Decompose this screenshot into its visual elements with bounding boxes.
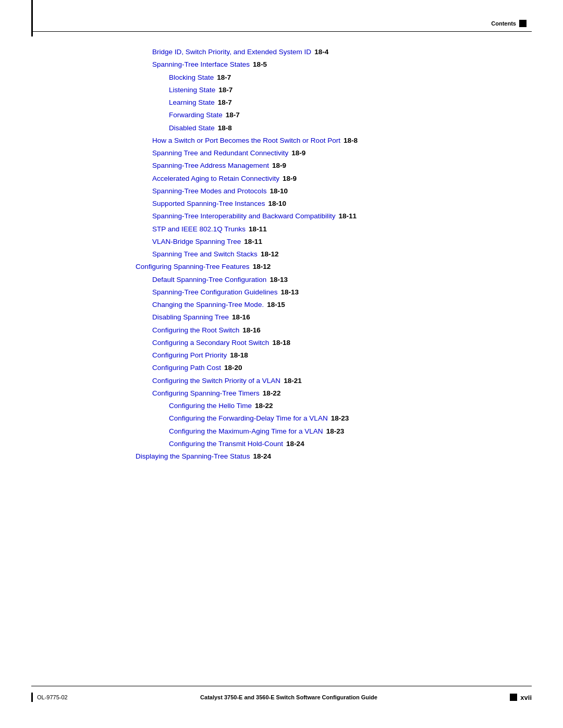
toc-page-listening-state: 18-7 (218, 85, 232, 95)
toc-entry: Spanning-Tree Interface States18-5 (152, 59, 527, 70)
toc-entry: Spanning Tree and Switch Stacks18-12 (152, 249, 527, 260)
toc-page-configuring-spanning-tree-features: 18-12 (253, 262, 271, 272)
page-footer: OL-9775-02 Catalyst 3750-E and 3560-E Sw… (31, 693, 532, 702)
toc-page-learning-state: 18-7 (218, 97, 232, 108)
toc-entry: Configuring a Secondary Root Switch18-18 (152, 338, 527, 348)
toc-entry: STP and IEEE 802.1Q Trunks18-11 (152, 224, 527, 235)
toc-link-spanning-tree-interface-states[interactable]: Spanning-Tree Interface States (152, 59, 250, 70)
toc-entry: How a Switch or Port Becomes the Root Sw… (152, 135, 527, 146)
toc-entry: Bridge ID, Switch Priority, and Extended… (152, 47, 527, 57)
toc-link-configuring-transmit-hold[interactable]: Configuring the Transmit Hold-Count (169, 439, 283, 449)
toc-link-configuring-switch-priority-vlan[interactable]: Configuring the Switch Priority of a VLA… (152, 376, 280, 386)
toc-link-configuring-max-aging[interactable]: Configuring the Maximum-Aging Time for a… (169, 426, 323, 437)
toc-link-listening-state[interactable]: Listening State (169, 85, 215, 95)
footer-right-square-icon (510, 694, 517, 701)
footer-title: Catalyst 3750-E and 3560-E Switch Softwa… (68, 694, 510, 700)
toc-link-default-spanning-tree[interactable]: Default Spanning-Tree Configuration (152, 275, 266, 285)
toc-link-learning-state[interactable]: Learning State (169, 97, 215, 108)
toc-entry: Displaying the Spanning-Tree Status18-24 (136, 451, 527, 462)
toc-page-configuring-secondary-root: 18-18 (272, 338, 290, 348)
toc-page-spanning-tree-address: 18-9 (272, 161, 286, 171)
toc-page-spanning-tree-redundant: 18-9 (291, 148, 305, 158)
toc-entry: Spanning-Tree Address Management18-9 (152, 161, 527, 171)
toc-link-how-switch-port[interactable]: How a Switch or Port Becomes the Root Sw… (152, 135, 340, 146)
toc-link-spanning-tree-redundant[interactable]: Spanning Tree and Redundant Connectivity (152, 148, 288, 158)
toc-link-blocking-state[interactable]: Blocking State (169, 72, 214, 83)
toc-entry: Configuring the Hello Time18-22 (169, 401, 527, 411)
toc-page-blocking-state: 18-7 (217, 72, 231, 83)
toc-entry: VLAN-Bridge Spanning Tree18-11 (152, 237, 527, 247)
toc-page-how-switch-port: 18-8 (344, 135, 358, 146)
toc-link-spanning-tree-config-guidelines[interactable]: Spanning-Tree Configuration Guidelines (152, 287, 277, 298)
toc-link-spanning-tree-address[interactable]: Spanning-Tree Address Management (152, 161, 269, 171)
header-contents-label: Contents (491, 20, 516, 27)
top-rule (31, 31, 532, 32)
toc-page-configuring-max-aging: 18-23 (326, 426, 345, 437)
toc-link-configuring-forwarding-delay[interactable]: Configuring the Forwarding-Delay Time fo… (169, 413, 328, 424)
toc-entry: Accelerated Aging to Retain Connectivity… (152, 174, 527, 184)
footer-right: xvii (510, 694, 532, 701)
toc-page-disabled-state: 18-8 (218, 123, 232, 133)
toc-page-spanning-tree-interface-states: 18-5 (253, 59, 267, 70)
toc-entry: Configuring Spanning-Tree Features18-12 (136, 262, 527, 272)
toc-page-configuring-root-switch: 18-16 (242, 325, 261, 336)
toc-page-spanning-tree-interop: 18-11 (338, 211, 357, 221)
toc-link-accelerated-aging[interactable]: Accelerated Aging to Retain Connectivity (152, 174, 279, 184)
toc-link-vlan-bridge[interactable]: VLAN-Bridge Spanning Tree (152, 237, 241, 247)
toc-page-configuring-spanning-tree-timers: 18-22 (263, 388, 281, 399)
toc-entry: Configuring the Forwarding-Delay Time fo… (169, 413, 527, 424)
toc-link-configuring-spanning-tree-features[interactable]: Configuring Spanning-Tree Features (136, 262, 250, 272)
toc-entry: Configuring the Maximum-Aging Time for a… (169, 426, 527, 437)
toc-link-supported-instances[interactable]: Supported Spanning-Tree Instances (152, 199, 265, 209)
toc-page-configuring-transmit-hold: 18-24 (286, 439, 304, 449)
toc-link-configuring-port-priority[interactable]: Configuring Port Priority (152, 350, 227, 361)
toc-entry: Configuring Spanning-Tree Timers18-22 (152, 388, 527, 399)
toc-page-spanning-tree-config-guidelines: 18-13 (280, 287, 299, 298)
toc-page-stp-ieee: 18-11 (249, 224, 267, 235)
toc-entry: Configuring Path Cost18-20 (152, 363, 527, 373)
toc-page-configuring-hello-time: 18-22 (255, 401, 273, 411)
toc-link-configuring-path-cost[interactable]: Configuring Path Cost (152, 363, 221, 373)
toc-entry: Default Spanning-Tree Configuration18-13 (152, 275, 527, 285)
toc-link-forwarding-state[interactable]: Forwarding State (169, 110, 223, 120)
toc-link-configuring-spanning-tree-timers[interactable]: Configuring Spanning-Tree Timers (152, 388, 260, 399)
toc-link-spanning-tree-modes[interactable]: Spanning-Tree Modes and Protocols (152, 186, 266, 196)
toc-entry: Spanning-Tree Modes and Protocols18-10 (152, 186, 527, 196)
toc-entry: Supported Spanning-Tree Instances18-10 (152, 199, 527, 209)
toc-page-forwarding-state: 18-7 (226, 110, 240, 120)
toc-page-configuring-switch-priority-vlan: 18-21 (284, 376, 302, 386)
toc-page-configuring-path-cost: 18-20 (224, 363, 242, 373)
toc-link-changing-spanning-tree-mode[interactable]: Changing the Spanning-Tree Mode. (152, 300, 264, 310)
toc-link-displaying-spanning-tree-status[interactable]: Displaying the Spanning-Tree Status (136, 451, 250, 462)
toc-page-configuring-port-priority: 18-18 (230, 350, 248, 361)
toc-entry: Configuring the Transmit Hold-Count18-24 (169, 439, 527, 449)
toc-link-bridge-id[interactable]: Bridge ID, Switch Priority, and Extended… (152, 47, 311, 57)
toc-entry: Configuring the Root Switch18-16 (152, 325, 527, 336)
toc-link-stp-ieee[interactable]: STP and IEEE 802.1Q Trunks (152, 224, 246, 235)
toc-page-vlan-bridge: 18-11 (244, 237, 262, 247)
toc-link-spanning-tree-stacks[interactable]: Spanning Tree and Switch Stacks (152, 249, 258, 260)
toc-entry: Disabled State18-8 (169, 123, 527, 133)
footer-doc-number: OL-9775-02 (37, 694, 68, 700)
toc-entry: Disabling Spanning Tree18-16 (152, 312, 527, 323)
toc-entry: Learning State18-7 (169, 97, 527, 108)
toc-page-accelerated-aging: 18-9 (283, 174, 297, 184)
toc-entry: Spanning-Tree Interoperability and Backw… (152, 211, 527, 221)
toc-link-disabled-state[interactable]: Disabled State (169, 123, 215, 133)
toc-page-bridge-id: 18-4 (314, 47, 328, 57)
page-container: Contents Bridge ID, Switch Priority, and… (0, 0, 563, 728)
toc-entry: Spanning Tree and Redundant Connectivity… (152, 148, 527, 158)
toc-link-configuring-secondary-root[interactable]: Configuring a Secondary Root Switch (152, 338, 269, 348)
toc-entry: Forwarding State18-7 (169, 110, 527, 120)
toc-entry: Changing the Spanning-Tree Mode.18-15 (152, 300, 527, 310)
toc-link-spanning-tree-interop[interactable]: Spanning-Tree Interoperability and Backw… (152, 211, 335, 221)
toc-link-configuring-hello-time[interactable]: Configuring the Hello Time (169, 401, 252, 411)
toc-page-disabling-spanning-tree: 18-16 (232, 312, 250, 323)
toc-entry: Listening State18-7 (169, 85, 527, 95)
toc-link-disabling-spanning-tree[interactable]: Disabling Spanning Tree (152, 312, 229, 323)
toc-content: Bridge ID, Switch Priority, and Extended… (136, 47, 527, 464)
toc-page-configuring-forwarding-delay: 18-23 (331, 413, 349, 424)
toc-link-configuring-root-switch[interactable]: Configuring the Root Switch (152, 325, 239, 336)
footer-rule (31, 686, 532, 686)
toc-page-spanning-tree-stacks: 18-12 (261, 249, 279, 260)
